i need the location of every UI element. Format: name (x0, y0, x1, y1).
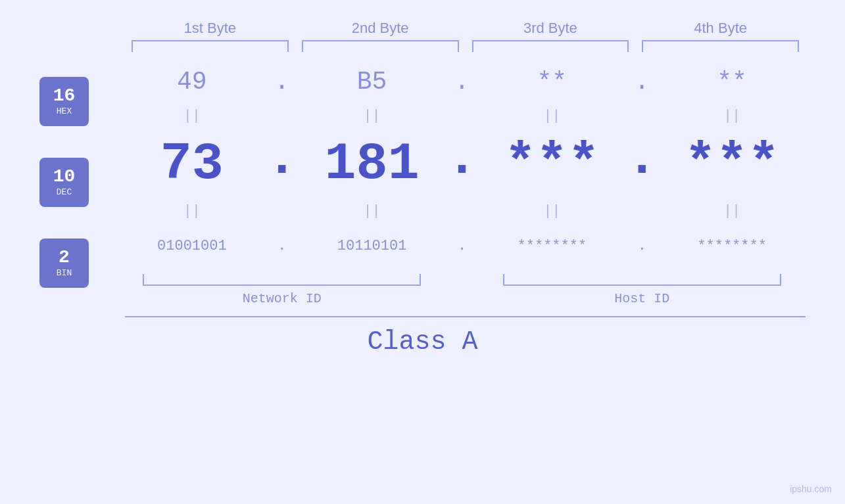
bin-badge: 2 BIN (39, 239, 89, 288)
bin-row: 01001001 . 10110101 . ******** . (118, 223, 806, 269)
byte3-header: 3rd Byte (466, 20, 636, 37)
dec-byte1: 73 (118, 134, 266, 194)
content-wrapper: 16 HEX 10 DEC 2 BIN 49 . (39, 58, 806, 306)
values-grid: 49 . B5 . ** . ** (118, 58, 806, 306)
hex-badge: 16 HEX (39, 77, 89, 126)
bracket-byte3 (472, 40, 629, 52)
host-id-section: Host ID (479, 274, 806, 306)
bin-dot2: . (446, 238, 479, 254)
dec-badge-number: 10 (53, 168, 76, 186)
dec-byte2: 181 (299, 134, 446, 194)
byte4-header: 4th Byte (635, 20, 806, 37)
dec-row: 73 . 181 . *** . *** (118, 127, 806, 200)
dec-byte4: *** (658, 134, 806, 194)
bracket-byte2 (302, 40, 459, 52)
top-brackets (39, 40, 806, 52)
dec-badge-label: DEC (57, 187, 72, 197)
byte1-header: 1st Byte (125, 20, 295, 37)
dec-dot2: . (446, 133, 479, 195)
dec-badge: 10 DEC (39, 158, 89, 207)
footer: ipshu.com (790, 484, 832, 494)
network-id-label: Network ID (243, 291, 322, 306)
hex-byte2: B5 (299, 68, 446, 96)
badges-column: 16 HEX 10 DEC 2 BIN (39, 65, 118, 300)
bottom-bracket-row: Network ID Host ID (118, 274, 806, 306)
hex-byte3: ** (479, 68, 626, 96)
byte-headers: 1st Byte 2nd Byte 3rd Byte 4th Byte (39, 20, 806, 37)
network-id-section: Network ID (118, 274, 446, 306)
hex-badge-label: HEX (57, 106, 72, 116)
full-bottom-line (125, 316, 806, 317)
dec-dot1: . (266, 133, 299, 195)
eq-row-1: || || || || (118, 104, 806, 127)
network-bracket (143, 274, 421, 286)
hex-dot1: . (266, 68, 299, 96)
bracket-byte1 (132, 40, 289, 52)
hex-dot3: . (625, 68, 658, 96)
class-label: Class A (39, 327, 806, 357)
main-container: 1st Byte 2nd Byte 3rd Byte 4th Byte 16 H… (0, 0, 845, 504)
bin-dot3: . (625, 238, 658, 254)
host-bracket (503, 274, 781, 286)
byte2-header: 2nd Byte (295, 20, 466, 37)
bracket-byte4 (642, 40, 799, 52)
hex-byte4: ** (658, 68, 806, 96)
bin-dot1: . (266, 238, 299, 254)
dec-dot3: . (625, 133, 658, 195)
bin-byte3: ******** (479, 238, 626, 254)
bin-byte2: 10110101 (299, 238, 446, 254)
hex-row: 49 . B5 . ** . ** (118, 58, 806, 104)
bin-byte1: 01001001 (118, 238, 266, 254)
host-id-label: Host ID (614, 291, 669, 306)
hex-byte1: 49 (118, 68, 266, 96)
hex-dot2: . (446, 68, 479, 96)
dec-byte3: *** (479, 134, 626, 194)
bin-byte4: ******** (658, 238, 806, 254)
hex-badge-number: 16 (53, 87, 76, 105)
bin-badge-number: 2 (59, 248, 70, 267)
eq-row-2: || || || || (118, 200, 806, 223)
bin-badge-label: BIN (57, 268, 72, 278)
